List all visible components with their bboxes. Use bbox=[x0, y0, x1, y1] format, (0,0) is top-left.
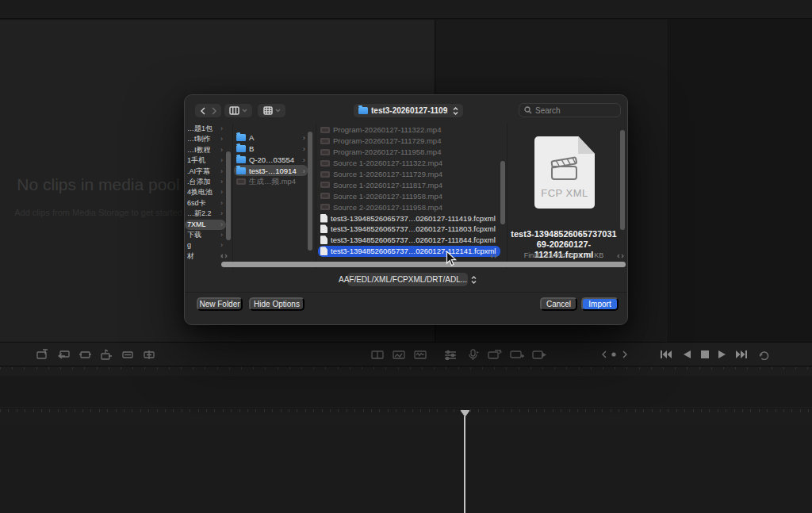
go-to-end-icon[interactable] bbox=[732, 346, 751, 362]
timeline-view-thumbnail-icon[interactable] bbox=[389, 346, 408, 362]
item-icon bbox=[320, 247, 327, 255]
go-to-start-icon[interactable] bbox=[657, 346, 676, 362]
search-icon bbox=[524, 106, 532, 114]
insert-clip-icon[interactable] bbox=[33, 346, 52, 362]
horizontal-scrollbar[interactable] bbox=[221, 262, 626, 267]
current-folder-dropdown[interactable]: test3-20260127-110914 bbox=[354, 104, 463, 117]
file-browser: …题1包…t制作…I教程1手机.AI字幕.台添加4换电池6sd卡…新2.27XM… bbox=[185, 124, 627, 269]
inspector-panel bbox=[669, 20, 812, 342]
item-icon bbox=[236, 167, 246, 174]
timeline-tracks-area[interactable] bbox=[0, 424, 812, 513]
file-item[interactable]: Program-20260127-111322.mp4 bbox=[318, 124, 500, 136]
file-column: Program-20260127-111322.mp4 Program-2026… bbox=[318, 124, 500, 257]
timeline-view-waveform-icon[interactable] bbox=[411, 346, 430, 362]
search-input[interactable] bbox=[535, 106, 607, 115]
voiceover-mic-icon[interactable] bbox=[464, 346, 483, 362]
column-resize-grip[interactable] bbox=[220, 253, 228, 258]
sidebar-item[interactable]: 6sd卡 bbox=[185, 198, 226, 209]
sidebar-item[interactable]: .台添加 bbox=[185, 177, 226, 187]
forward-button[interactable] bbox=[209, 107, 220, 115]
play-icon[interactable] bbox=[713, 346, 732, 362]
folder-item[interactable]: 生成…频.mp4 bbox=[234, 176, 308, 187]
replace-clip-icon[interactable] bbox=[75, 346, 94, 362]
sidebar-item[interactable]: 下载 bbox=[185, 230, 226, 240]
sidebar-column: …题1包…t制作…I教程1手机.AI字幕.台添加4换电池6sd卡…新2.27XM… bbox=[185, 124, 226, 262]
app-window: No clips in media pool Add clips from Me… bbox=[0, 0, 812, 513]
folder-item[interactable]: B bbox=[234, 144, 308, 155]
sidebar-item[interactable]: 1手机 bbox=[185, 155, 226, 166]
back-button[interactable] bbox=[197, 107, 209, 115]
item-icon bbox=[320, 171, 330, 178]
timeline-ruler[interactable] bbox=[0, 409, 812, 424]
item-icon bbox=[320, 235, 327, 244]
view-mode-group bbox=[224, 104, 252, 117]
file-item[interactable]: test3-13948526065737…0260127-111803.fcpx… bbox=[318, 224, 500, 235]
button-row-divider bbox=[185, 292, 627, 293]
chevron-down-icon[interactable] bbox=[275, 109, 281, 113]
loop-icon[interactable] bbox=[754, 346, 773, 362]
sidebar-item[interactable]: 4换电池 bbox=[185, 187, 226, 197]
item-icon bbox=[320, 214, 327, 223]
clip-sync-icon[interactable] bbox=[485, 346, 504, 362]
folder-item[interactable]: Q-20…03554 bbox=[234, 155, 308, 166]
item-icon bbox=[320, 127, 330, 133]
file-item[interactable]: Source 1-20260127-111322.mp4 bbox=[318, 158, 500, 169]
file-item[interactable]: Source 1-20260127-111729.mp4 bbox=[318, 169, 500, 180]
file-format-dropdown[interactable]: AAF/EDL/XML/FCPXML/DRT/ADL... bbox=[347, 273, 468, 286]
column-resize-grip[interactable] bbox=[616, 253, 624, 258]
file-format-label: AAF/EDL/XML/FCPXML/DRT/ADL... bbox=[339, 275, 467, 284]
play-reverse-icon[interactable] bbox=[677, 346, 696, 362]
timeline-toolbar bbox=[0, 342, 812, 366]
folder-item[interactable]: A bbox=[234, 132, 308, 144]
overwrite-clip-icon[interactable] bbox=[54, 346, 73, 362]
hide-options-button[interactable]: Hide Options bbox=[249, 297, 304, 311]
cancel-button[interactable]: Cancel bbox=[540, 297, 577, 311]
fit-to-fill-icon[interactable] bbox=[140, 346, 159, 362]
sidebar-item[interactable]: …t制作 bbox=[185, 134, 226, 144]
doc-type-label: FCP XML bbox=[534, 187, 595, 199]
file-item[interactable]: Program-20260127-111729.mp4 bbox=[318, 136, 500, 147]
viewer-timeline-ruler[interactable] bbox=[0, 367, 812, 376]
app-top-bar bbox=[0, 0, 812, 19]
import-button[interactable]: Import bbox=[581, 297, 619, 311]
item-icon bbox=[236, 178, 246, 185]
append-clip-icon[interactable] bbox=[118, 346, 137, 362]
render-in-place-icon[interactable] bbox=[530, 346, 549, 362]
file-item[interactable]: Source 2-20260127-111958.mp4 bbox=[318, 201, 500, 212]
import-file-dialog: test3-20260127-110914 …题1包…t制作…I教程1手机.AI… bbox=[184, 94, 628, 325]
item-icon bbox=[320, 204, 330, 210]
sidebar-item[interactable]: 7XML bbox=[185, 220, 226, 230]
column-resize-grip[interactable] bbox=[489, 253, 497, 258]
item-icon bbox=[320, 160, 330, 167]
group-options-group bbox=[258, 104, 285, 117]
mouse-cursor bbox=[446, 251, 458, 267]
add-marker-icon[interactable] bbox=[508, 346, 527, 362]
sidebar-item[interactable]: g bbox=[185, 240, 226, 251]
file-item[interactable]: test3-13948526065737…0260127-112141.fcpx… bbox=[318, 246, 500, 257]
updown-chevron-icon bbox=[471, 276, 477, 284]
mixer-icon[interactable] bbox=[441, 346, 460, 362]
file-item[interactable]: test3-13948526065737…0260127-111844.fcpx… bbox=[318, 235, 500, 246]
file-item[interactable]: Source 1-20260127-111817.mp4 bbox=[318, 179, 500, 190]
chevron-down-icon[interactable] bbox=[242, 109, 247, 113]
file-item[interactable]: Program-20260127-111958.mp4 bbox=[318, 147, 500, 158]
ruler-ticks bbox=[0, 367, 812, 369]
column-view-icon[interactable] bbox=[229, 106, 239, 115]
file-item[interactable]: Source 1-20260127-111958.mp4 bbox=[318, 190, 500, 201]
next-marker-icon[interactable] bbox=[615, 346, 634, 362]
file-item[interactable]: test3-13948526065737…0260127-111419.fcpx… bbox=[318, 212, 500, 224]
search-field[interactable] bbox=[519, 103, 621, 117]
timeline-view-filmstrip-icon[interactable] bbox=[368, 346, 387, 362]
sidebar-item[interactable]: …题1包 bbox=[185, 124, 226, 134]
media-pool-empty-title: No clips in media pool bbox=[0, 175, 197, 194]
sidebar-item[interactable]: …新2.2 bbox=[185, 209, 226, 219]
stop-icon[interactable] bbox=[695, 346, 714, 362]
sidebar-item[interactable]: .AI字幕 bbox=[185, 167, 226, 177]
grid-view-icon[interactable] bbox=[263, 106, 273, 115]
item-icon bbox=[320, 224, 327, 233]
sidebar-item[interactable]: …I教程 bbox=[185, 145, 226, 155]
item-icon bbox=[320, 182, 330, 188]
folder-item[interactable]: test3-…10914 bbox=[234, 165, 308, 176]
place-on-top-icon[interactable] bbox=[97, 346, 116, 362]
new-folder-button[interactable]: New Folder bbox=[197, 297, 243, 311]
